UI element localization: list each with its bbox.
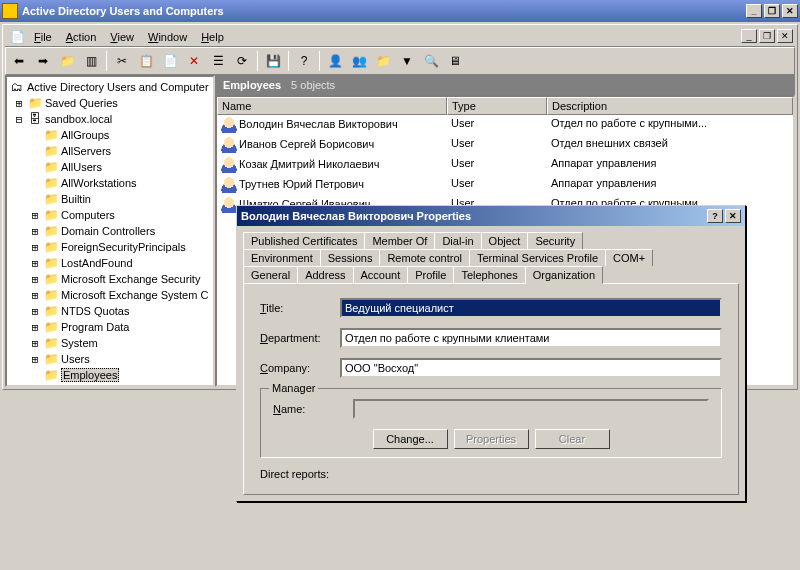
content-header: Employees5 objects xyxy=(215,75,795,95)
close-button[interactable]: ✕ xyxy=(782,4,798,18)
direct-reports-label: Direct reports: xyxy=(260,468,722,480)
app-icon xyxy=(2,3,18,19)
tree-node-computers[interactable]: ⊞📁Computers xyxy=(9,207,211,223)
find-button[interactable]: 🔍 xyxy=(420,50,442,72)
tab-terminal-services-profile[interactable]: Terminal Services Profile xyxy=(469,249,606,266)
tab-environment[interactable]: Environment xyxy=(243,249,321,266)
new-user-button[interactable]: 👤 xyxy=(324,50,346,72)
tab-account[interactable]: Account xyxy=(353,266,409,283)
cut-button[interactable]: ✂ xyxy=(111,50,133,72)
tab-profile[interactable]: Profile xyxy=(407,266,454,283)
list-row[interactable]: Козак Дмитрий НиколаевичUserАппарат упра… xyxy=(217,155,793,175)
manager-name-label: Name: xyxy=(273,403,353,415)
list-row[interactable]: Иванов Сергей БорисовичUserОтдел внешних… xyxy=(217,135,793,155)
tree-node-allservers[interactable]: 📁AllServers xyxy=(9,143,211,159)
tab-member-of[interactable]: Member Of xyxy=(364,232,435,249)
tree-node-microsoft-exchange-security[interactable]: ⊞📁Microsoft Exchange Security xyxy=(9,271,211,287)
tab-telephones[interactable]: Telephones xyxy=(453,266,525,283)
list-header: Name Type Description xyxy=(217,97,793,115)
tab-remote-control[interactable]: Remote control xyxy=(379,249,470,266)
tree-node-system[interactable]: ⊞📁System xyxy=(9,335,211,351)
tab-com-[interactable]: COM+ xyxy=(605,249,653,266)
tree-node-ntds-quotas[interactable]: ⊞📁NTDS Quotas xyxy=(9,303,211,319)
tab-sessions[interactable]: Sessions xyxy=(320,249,381,266)
show-hide-tree-button[interactable]: ▥ xyxy=(80,50,102,72)
delete-button[interactable]: ✕ xyxy=(183,50,205,72)
tab-published-certificates[interactable]: Published Certificates xyxy=(243,232,365,249)
tab-row-3: GeneralAddressAccountProfileTelephonesOr… xyxy=(243,266,739,283)
tree-node-builtin[interactable]: 📁Builtin xyxy=(9,191,211,207)
doc-minimize-button[interactable]: _ xyxy=(741,29,757,43)
manager-group: Manager Name: Change... Properties Clear xyxy=(260,388,722,458)
tree-pane[interactable]: 🗂Active Directory Users and Computer ⊞📁S… xyxy=(5,75,215,387)
tab-object[interactable]: Object xyxy=(481,232,529,249)
department-label: Department: xyxy=(260,332,340,344)
tree-node-lostandfound[interactable]: ⊞📁LostAndFound xyxy=(9,255,211,271)
content-heading: Employees xyxy=(223,79,281,91)
dialog-help-button[interactable]: ? xyxy=(707,209,723,223)
tab-general[interactable]: General xyxy=(243,266,298,283)
tree-node-users[interactable]: ⊞📁Users xyxy=(9,351,211,367)
menu-bar: 📄 File Action View Window Help _ ❐ ✕ xyxy=(5,27,795,47)
company-input[interactable]: ООО "Восход" xyxy=(340,358,722,378)
menu-view[interactable]: View xyxy=(103,29,141,45)
properties-button[interactable]: ☰ xyxy=(207,50,229,72)
department-input[interactable]: Отдел по работе с крупными клиентами xyxy=(340,328,722,348)
company-label: Company: xyxy=(260,362,340,374)
toolbar: ⬅ ➡ 📁 ▥ ✂ 📋 📄 ✕ ☰ ⟳ 💾 ? 👤 👥 📁 ▼ 🔍 🖥 xyxy=(5,47,795,75)
list-row[interactable]: Трутнев Юрий ПетровичUserАппарат управле… xyxy=(217,175,793,195)
dialog-titlebar: Володин Вячеслав Викторович Properties ?… xyxy=(237,206,745,226)
minimize-button[interactable]: _ xyxy=(746,4,762,18)
tab-dial-in[interactable]: Dial-in xyxy=(434,232,481,249)
tree-node-employees[interactable]: 📁Employees xyxy=(9,367,211,383)
tree-saved-queries[interactable]: ⊞📁Saved Queries xyxy=(9,95,211,111)
up-button[interactable]: 📁 xyxy=(56,50,78,72)
tree-domain[interactable]: ⊟🗄sandbox.local xyxy=(9,111,211,127)
col-name[interactable]: Name xyxy=(217,97,447,115)
menu-action[interactable]: Action xyxy=(59,29,104,45)
dialog-close-button[interactable]: ✕ xyxy=(725,209,741,223)
tree-node-allworkstations[interactable]: 📁AllWorkstations xyxy=(9,175,211,191)
tree-node-program-data[interactable]: ⊞📁Program Data xyxy=(9,319,211,335)
back-button[interactable]: ⬅ xyxy=(8,50,30,72)
clear-button: Clear xyxy=(535,429,610,449)
export-button[interactable]: 💾 xyxy=(262,50,284,72)
menu-window[interactable]: Window xyxy=(141,29,194,45)
title-label: Title: xyxy=(260,302,340,314)
new-ou-button[interactable]: 📁 xyxy=(372,50,394,72)
change-button[interactable]: Change... xyxy=(373,429,448,449)
tree-node-domain-controllers[interactable]: ⊞📁Domain Controllers xyxy=(9,223,211,239)
tab-organization-pane: Title: Ведущий специалист Department: От… xyxy=(243,283,739,495)
tree-node-foreignsecurityprincipals[interactable]: ⊞📁ForeignSecurityPrincipals xyxy=(9,239,211,255)
list-row[interactable]: Володин Вячеслав ВикторовичUserОтдел по … xyxy=(217,115,793,135)
tree-root[interactable]: 🗂Active Directory Users and Computer xyxy=(9,79,211,95)
forward-button[interactable]: ➡ xyxy=(32,50,54,72)
tab-row-2: EnvironmentSessionsRemote controlTermina… xyxy=(243,249,739,266)
doc-close-button[interactable]: ✕ xyxy=(777,29,793,43)
object-count: 5 objects xyxy=(291,79,335,91)
tab-security[interactable]: Security xyxy=(527,232,583,249)
new-group-button[interactable]: 👥 xyxy=(348,50,370,72)
maximize-button[interactable]: ❐ xyxy=(764,4,780,18)
doc-restore-button[interactable]: ❐ xyxy=(759,29,775,43)
menu-help[interactable]: Help xyxy=(194,29,231,45)
col-description[interactable]: Description xyxy=(547,97,793,115)
paste-button[interactable]: 📄 xyxy=(159,50,181,72)
copy-button[interactable]: 📋 xyxy=(135,50,157,72)
menu-file[interactable]: File xyxy=(27,29,59,45)
tab-row-1: Published CertificatesMember OfDial-inOb… xyxy=(243,232,739,249)
refresh-button[interactable]: ⟳ xyxy=(231,50,253,72)
tree-node-allgroups[interactable]: 📁AllGroups xyxy=(9,127,211,143)
tab-address[interactable]: Address xyxy=(297,266,353,283)
add-dc-button[interactable]: 🖥 xyxy=(444,50,466,72)
filter-button[interactable]: ▼ xyxy=(396,50,418,72)
tree-node-allusers[interactable]: 📁AllUsers xyxy=(9,159,211,175)
help-button[interactable]: ? xyxy=(293,50,315,72)
title-bar: Active Directory Users and Computers _ ❐… xyxy=(0,0,800,22)
tab-organization[interactable]: Organization xyxy=(525,266,603,284)
col-type[interactable]: Type xyxy=(447,97,547,115)
manager-name-input[interactable] xyxy=(353,399,709,419)
tree-node-microsoft-exchange-system-c[interactable]: ⊞📁Microsoft Exchange System C xyxy=(9,287,211,303)
mmc-icon: 📄 xyxy=(9,29,25,45)
title-input[interactable]: Ведущий специалист xyxy=(340,298,722,318)
